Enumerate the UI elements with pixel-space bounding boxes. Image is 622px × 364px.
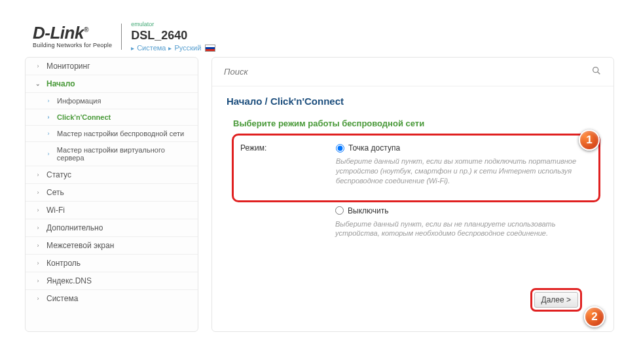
chevron-right-icon: › [35,207,41,213]
sidebar-item-status[interactable]: ›Статус [26,166,198,184]
radio-disable-input[interactable] [335,206,344,215]
chevron-right-icon: › [45,151,52,157]
radio-access-point[interactable]: Точка доступа [336,143,591,153]
mode-highlight-box: Режим: Точка доступа Выберите данный пун… [232,134,600,202]
chevron-right-icon: › [35,278,41,284]
chevron-right-icon: › [35,63,41,69]
brand-logo: D-Link® Building Networks for People [33,24,112,48]
next-button[interactable]: Далее > [534,292,579,308]
sidebar-item-label: Статус [46,170,71,179]
sidebar-item-label: Контроль [46,259,81,268]
sidebar-item-monitoring[interactable]: ›Мониторинг [26,58,198,75]
language-link[interactable]: Русский [174,44,201,52]
sidebar-item-firewall[interactable]: ›Межсетевой экран [26,237,198,255]
brand-name: D-Link® [33,24,112,41]
chevron-right-icon: › [35,189,41,196]
sidebar-item-yandexdns[interactable]: ›Яндекс.DNS [26,272,198,290]
chevron-right-icon: ▸ [131,45,134,52]
sidebar-item-wireless-wizard[interactable]: ›Мастер настройки беспроводной сети [26,126,198,142]
sidebar-item-start[interactable]: ⌄Начало [26,75,198,93]
chevron-right-icon: › [35,295,41,302]
header-divider [121,24,122,50]
svg-line-1 [598,72,600,75]
next-highlight-box: Далее > [530,288,583,312]
sidebar-item-vserver-wizard[interactable]: ›Мастер настройки виртуального сервера [26,142,198,166]
option1-desc: Выберите данный пункт, если вы хотите по… [336,156,591,186]
sidebar-item-network[interactable]: ›Сеть [26,184,198,202]
breadcrumb-root[interactable]: Начало [227,96,262,107]
sidebar-item-label: Сеть [46,188,64,197]
sidebar-item-label: Начало [46,79,75,88]
model-area: emulator DSL_2640 ▸ Система ▸ Русский [131,21,215,52]
svg-point-0 [593,67,598,73]
emulator-label: emulator [131,21,215,27]
radio-disable-label: Выключить [348,206,388,215]
brand-tagline: Building Networks for People [33,43,112,48]
sidebar-item-label: Click'n'Connect [57,113,111,121]
sidebar-item-label: Wi-Fi [46,206,65,215]
chevron-down-icon: ⌄ [35,81,41,87]
sidebar-item-control[interactable]: ›Контроль [26,255,198,272]
sidebar-item-wifi[interactable]: ›Wi-Fi [26,202,198,219]
chevron-right-icon: › [45,98,52,104]
radio-access-point-label: Точка доступа [348,143,400,153]
breadcrumb-current: Click'n'Connect [270,96,344,107]
header-crumbs: ▸ Система ▸ Русский [131,44,215,52]
sidebar-item-clicknconnect[interactable]: ›Click'n'Connect [26,109,198,126]
chevron-right-icon: › [35,260,41,266]
flag-ru-icon [205,45,215,52]
mode-label: Режим: [238,143,336,153]
option2-area: Выключить Выберите данный пункт, если вы… [212,202,613,239]
annotation-badge-1: 1 [579,130,600,151]
search-icon[interactable] [591,65,602,78]
section-title: Выберите режим работы беспроводной сети [212,109,613,134]
sidebar-item-label: Межсетевой экран [46,241,114,250]
chevron-right-icon: › [35,242,41,249]
system-link[interactable]: Система [137,44,166,52]
sidebar-item-label: Мастер настройки беспроводной сети [57,130,184,137]
sidebar-item-label: Яндекс.DNS [46,276,92,285]
model-name: DSL_2640 [131,29,215,43]
annotation-badge-2: 2 [584,306,605,327]
sidebar-item-label: Дополнительно [46,223,103,232]
sidebar-item-label: Мастер настройки виртуального сервера [57,146,191,162]
option2-desc: Выберите данный пункт, если вы не планир… [335,219,593,239]
sidebar-item-label: Система [46,294,78,303]
sidebar-item-info[interactable]: ›Информация [26,93,198,109]
chevron-right-icon: › [35,225,41,231]
chevron-right-icon: › [35,172,41,178]
content-panel: Начало / Click'n'Connect Выберите режим … [211,57,614,332]
chevron-right-icon: ▸ [168,45,172,52]
radio-disable[interactable]: Выключить [335,206,593,215]
breadcrumb: Начало / Click'n'Connect [212,86,613,109]
chevron-right-icon: › [45,130,52,137]
search-bar [212,58,613,86]
sidebar: ›Мониторинг ⌄Начало ›Информация ›Click'n… [25,57,198,332]
header: D-Link® Building Networks for People emu… [0,0,622,57]
breadcrumb-sep: / [265,96,268,107]
sidebar-item-label: Информация [57,97,101,105]
sidebar-item-system[interactable]: ›Система [26,290,198,307]
sidebar-item-label: Мониторинг [46,62,90,71]
radio-access-point-input[interactable] [336,144,344,153]
search-input[interactable] [224,67,591,77]
sidebar-item-advanced[interactable]: ›Дополнительно [26,219,198,237]
chevron-right-icon: › [45,114,52,120]
